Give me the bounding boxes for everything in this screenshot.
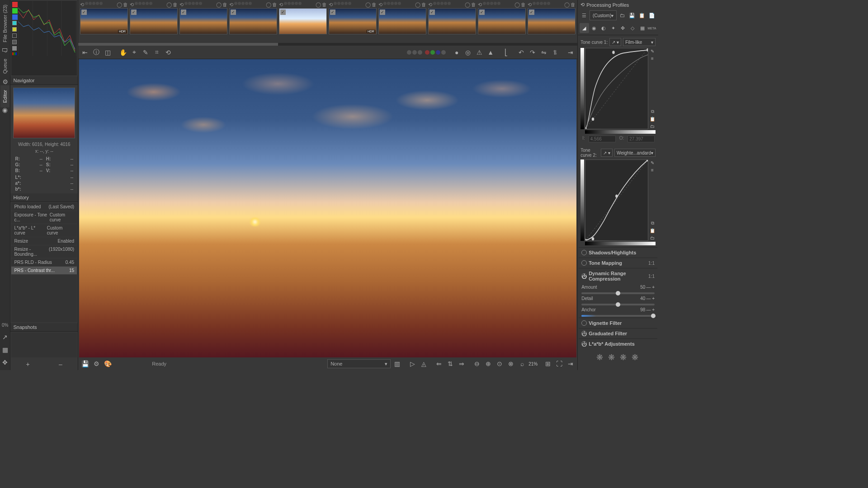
panel-toggle-right-icon[interactable]: ⇥ (566, 47, 576, 57)
tool-move-icon[interactable]: ✥ (0, 357, 10, 367)
curve2-canvas[interactable] (585, 160, 648, 241)
curve2-load-icon[interactable]: 🗀 (649, 235, 656, 241)
histogram[interactable] (11, 1, 77, 75)
queue-add-icon[interactable]: ⚙ (91, 359, 101, 369)
curve1-load-icon[interactable]: 🗀 (649, 123, 656, 129)
save-icon[interactable]: 💾 (80, 359, 90, 369)
section-tone-mapping[interactable]: Tone Mapping1:1 (579, 258, 657, 268)
curve-output-field[interactable] (627, 136, 655, 142)
panel-toggle-left-icon[interactable]: ⇤ (80, 47, 90, 57)
background-select[interactable]: None▾ (327, 359, 391, 368)
history-row[interactable]: L*a*b* - L* curveCustom curve (11, 224, 77, 237)
filmstrip-item[interactable]: ⟲◯🗑✓ (528, 2, 576, 41)
history-row[interactable]: ResizeEnabled (11, 237, 77, 245)
tab-editor[interactable]: Editor (0, 85, 9, 108)
filmstrip-item[interactable]: ⟲◯🗑✓ (279, 2, 327, 41)
filmstrip-item[interactable]: ⟲◯🗑✓HDR (80, 2, 128, 41)
curve1-mode-select[interactable]: Film-like▾ (623, 38, 656, 46)
flip-v-icon[interactable]: ⥮ (550, 47, 560, 57)
clip-shadow-icon[interactable]: ● (452, 47, 462, 57)
snapshot-remove-button[interactable]: – (56, 359, 66, 369)
tab-detail-icon[interactable]: ◉ (590, 23, 599, 33)
zoom-in-icon[interactable]: ⊕ (483, 359, 493, 369)
tab-queue[interactable]: Queue (0, 54, 9, 78)
history-row[interactable]: PRS - Contrast thr...15 (11, 267, 77, 275)
tab-transform-icon[interactable]: ◇ (628, 23, 637, 33)
profile-select[interactable]: (Custom)▾ (590, 10, 617, 20)
drc-detail-slider[interactable] (581, 304, 655, 305)
curve1-copy-icon[interactable]: ⧉ (649, 108, 656, 115)
curve2-copy-icon[interactable]: ⧉ (649, 220, 656, 226)
curve1-edit-icon[interactable]: ≡ (649, 55, 656, 61)
history-row[interactable]: Photo loaded(Last Saved) (11, 203, 77, 211)
rotate-cw-icon[interactable]: ↷ (528, 47, 538, 57)
zoom-100-icon[interactable]: ⊗ (506, 359, 516, 369)
zoom-fit-icon[interactable]: ⊙ (495, 359, 505, 369)
zoom-out-icon[interactable]: ⊖ (472, 359, 482, 369)
curve1-paste-icon[interactable]: 📋 (649, 116, 656, 122)
history-row[interactable]: PRS RLD - Radius0.45 (11, 258, 77, 267)
filmstrip-item[interactable]: ⟲◯🗑✓ (378, 2, 426, 41)
hand-tool-icon[interactable]: ✋ (118, 47, 128, 57)
color-labels[interactable] (406, 47, 446, 57)
filmstrip-item[interactable]: ⟲◯🗑✓ (478, 2, 526, 41)
before-after-icon[interactable]: ◫ (103, 47, 113, 57)
curve2-type-icon[interactable]: ↗ ▾ (601, 149, 613, 157)
sharpening-preview-icon[interactable]: ▲ (486, 47, 495, 57)
image-viewport[interactable] (79, 59, 576, 357)
monitor-profile-icon[interactable]: ▥ (392, 359, 402, 369)
filmstrip-item[interactable]: ⟲◯🗑✓HDR (329, 2, 377, 41)
nav-prev-icon[interactable]: ⇐ (434, 359, 444, 369)
filmstrip-item[interactable]: ⟲◯🗑✓ (428, 2, 476, 41)
tab-locallab-icon[interactable]: ✥ (618, 23, 627, 33)
history-row[interactable]: Resize - Bounding...(868x488) (11, 245, 77, 258)
tab-raw-icon[interactable]: ▦ (637, 23, 646, 33)
filmstrip-item[interactable]: ⟲◯🗑✓ (179, 2, 227, 41)
straighten-tool-icon[interactable]: ⟲ (163, 47, 173, 57)
picker-tool-icon[interactable]: ⌖ (129, 47, 139, 57)
flip-h-icon[interactable]: ⇋ (539, 47, 549, 57)
warning-icon[interactable]: ⚠ (474, 47, 484, 57)
filmstrip-item[interactable]: ⟲◯🗑✓ (130, 2, 178, 41)
nav-sync-icon[interactable]: ⇅ (445, 359, 455, 369)
curve1-type-icon[interactable]: ↗ ▾ (609, 38, 621, 46)
profile-load-icon[interactable]: 🗀 (618, 11, 627, 20)
tab-advanced-icon[interactable]: ✦ (609, 23, 618, 33)
tab-color-icon[interactable]: ◐ (599, 23, 608, 33)
info-icon[interactable]: ⓘ (91, 47, 101, 57)
curve1-canvas[interactable] (585, 48, 648, 129)
softproof-icon[interactable]: ◬ (419, 359, 429, 369)
profile-save-icon[interactable]: 💾 (627, 11, 637, 20)
tab-file-browser[interactable]: File Browser (23) (0, 0, 9, 47)
rotate-icon[interactable]: ⎣ (501, 47, 511, 57)
tab-exposure-icon[interactable]: ◢ (580, 23, 589, 33)
history-row[interactable]: Exposure - Tone c...Custom curve (11, 211, 77, 224)
curve2-edit-icon[interactable]: ≡ (649, 167, 656, 173)
curve2-paste-icon[interactable]: 📋 (649, 227, 656, 234)
detail-window-icon[interactable]: ⊞ (543, 359, 553, 369)
wb-picker-icon[interactable]: ✎ (141, 47, 151, 57)
tool-grid-icon[interactable]: ▦ (0, 345, 10, 355)
snapshot-add-button[interactable]: + (23, 359, 33, 369)
section-lab[interactable]: ⏻L*a*b* Adjustments (579, 338, 657, 349)
profile-mode-icon[interactable]: ☰ (580, 11, 589, 20)
curve2-mode-select[interactable]: Weighte...andard▾ (614, 149, 656, 157)
clip-highlight-icon[interactable]: ◎ (463, 47, 473, 57)
tab-meta-icon[interactable]: META (647, 23, 656, 33)
zoom-crop-icon[interactable]: ⌕ (517, 359, 527, 369)
profile-paste-icon[interactable]: 📄 (647, 11, 656, 20)
gamut-icon[interactable]: ▷ (407, 359, 417, 369)
profile-copy-icon[interactable]: 📋 (637, 11, 646, 20)
section-shadows-highlights[interactable]: Shadows/Highlights (579, 247, 657, 258)
fullscreen-icon[interactable]: ⛶ (554, 359, 564, 369)
section-drc[interactable]: ⏻Dynamic Range Compression1:1 (579, 268, 657, 284)
crop-tool-icon[interactable]: ⌗ (152, 47, 162, 57)
external-editor-icon[interactable]: 🎨 (103, 359, 113, 369)
panel-collapse-icon[interactable]: ⇥ (566, 359, 576, 369)
nav-next-icon[interactable]: ⇒ (457, 359, 467, 369)
section-graduated[interactable]: ⏻Graduated Filter (579, 328, 657, 338)
rotate-ccw-icon[interactable]: ↶ (516, 47, 526, 57)
drc-anchor-slider[interactable] (581, 315, 655, 317)
filmstrip-item[interactable]: ⟲◯🗑✓ (229, 2, 277, 41)
curve2-picker-icon[interactable]: ✎ (649, 160, 656, 166)
